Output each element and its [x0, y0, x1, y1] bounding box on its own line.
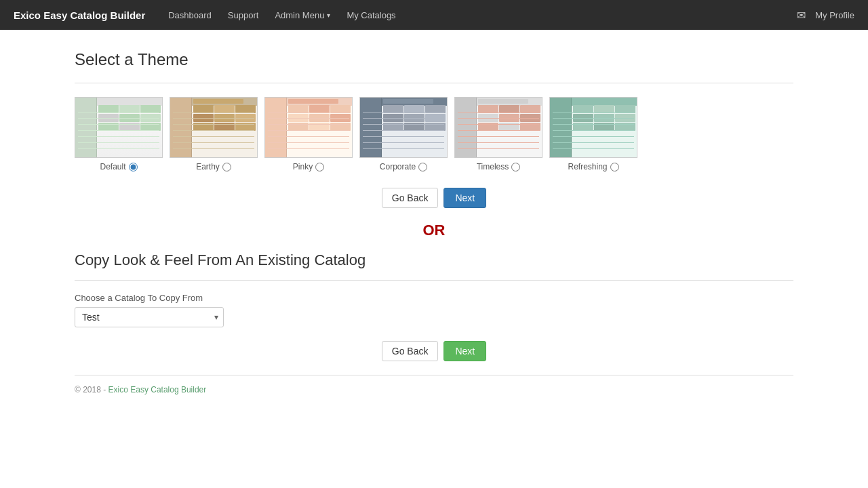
- theme-earthy-radio[interactable]: [222, 163, 231, 171]
- title-divider: [75, 83, 793, 83]
- navbar-right: ✉ My Profile: [797, 9, 854, 22]
- theme-pinky-thumbnail[interactable]: [264, 97, 353, 158]
- catalog-label: Choose a Catalog To Copy From: [75, 293, 793, 303]
- theme-timeless-radio[interactable]: [511, 163, 520, 171]
- bottom-button-row: Go Back Next: [75, 341, 793, 361]
- catalog-select[interactable]: Test Catalog A Catalog B: [75, 307, 224, 327]
- nav-support[interactable]: Support: [228, 10, 259, 20]
- theme-corporate: Corporate: [359, 97, 448, 171]
- top-button-row: Go Back Next: [75, 188, 793, 208]
- theme-corporate-label: Corporate: [380, 162, 427, 171]
- footer: © 2018 - Exico Easy Catalog Builder: [75, 375, 793, 394]
- nav-admin-menu[interactable]: Admin Menu ▾: [275, 10, 330, 20]
- top-go-back-button[interactable]: Go Back: [382, 188, 439, 208]
- footer-link[interactable]: Exico Easy Catalog Builder: [108, 385, 207, 394]
- top-next-button[interactable]: Next: [443, 188, 486, 208]
- theme-default-label: Default: [100, 162, 137, 171]
- navbar: Exico Easy Catalog Builder Dashboard Sup…: [0, 0, 868, 30]
- theme-timeless-label: Timeless: [477, 162, 521, 171]
- theme-pinky-radio[interactable]: [315, 163, 324, 171]
- theme-timeless: Timeless: [454, 97, 542, 171]
- nav-my-profile[interactable]: My Profile: [815, 10, 854, 20]
- theme-default: Default: [75, 97, 163, 171]
- theme-earthy-thumbnail[interactable]: [170, 97, 258, 158]
- or-divider: OR: [75, 222, 793, 239]
- bottom-next-button[interactable]: Next: [443, 341, 486, 361]
- theme-pinky: Pinky: [264, 97, 353, 171]
- theme-pinky-label: Pinky: [293, 162, 324, 171]
- nav-dashboard[interactable]: Dashboard: [168, 10, 212, 20]
- theme-corporate-thumbnail[interactable]: [359, 97, 448, 158]
- theme-refreshing-radio[interactable]: [610, 163, 619, 171]
- theme-refreshing-thumbnail[interactable]: [549, 97, 637, 158]
- copy-section: Copy Look & Feel From An Existing Catalo…: [75, 251, 793, 361]
- footer-copy: © 2018 -: [75, 385, 106, 394]
- theme-default-thumbnail[interactable]: [75, 97, 163, 158]
- theme-default-radio[interactable]: [129, 163, 138, 171]
- theme-timeless-thumbnail[interactable]: [454, 97, 542, 158]
- copy-section-title: Copy Look & Feel From An Existing Catalo…: [75, 251, 793, 269]
- theme-corporate-radio[interactable]: [418, 163, 427, 171]
- brand-name: Exico Easy Catalog Builder: [14, 9, 145, 21]
- theme-refreshing-label: Refreshing: [568, 162, 618, 171]
- bottom-go-back-button[interactable]: Go Back: [382, 341, 439, 361]
- admin-menu-arrow-icon: ▾: [327, 12, 330, 19]
- catalog-select-wrapper: Test Catalog A Catalog B ▾: [75, 307, 224, 327]
- theme-earthy: Earthy: [170, 97, 258, 171]
- copy-section-divider: [75, 280, 793, 281]
- themes-row: Default: [75, 97, 793, 171]
- nav-my-catalogs[interactable]: My Catalogs: [347, 10, 395, 20]
- mail-icon[interactable]: ✉: [797, 9, 806, 22]
- main-content: Select a Theme: [61, 30, 807, 422]
- theme-earthy-label: Earthy: [196, 162, 231, 171]
- theme-refreshing: Refreshing: [549, 97, 637, 171]
- page-title: Select a Theme: [75, 50, 793, 69]
